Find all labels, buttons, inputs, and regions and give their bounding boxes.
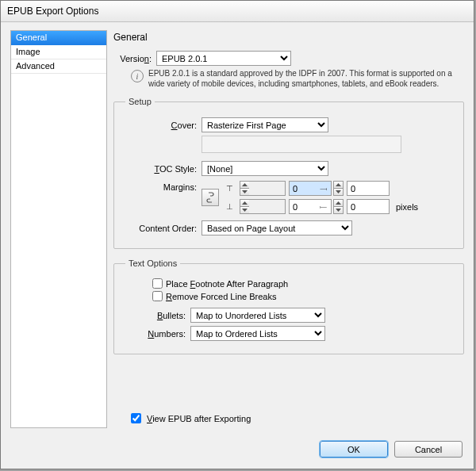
view-after-label: View EPUB after Exporting [147, 414, 251, 423]
text-options-legend: Text Options [125, 258, 180, 268]
remove-breaks-checkbox[interactable] [152, 291, 163, 301]
view-after-checkbox[interactable] [131, 413, 141, 423]
content-order-label: Content Order: [125, 224, 202, 233]
category-sidebar: General Image Advanced [10, 30, 107, 428]
svg-marker-4 [242, 201, 248, 205]
margins-label: Margins: [125, 181, 202, 192]
margin-right-input[interactable] [347, 199, 390, 214]
view-after-row[interactable]: View EPUB after Exporting [128, 411, 251, 426]
svg-marker-0 [242, 183, 248, 186]
version-row: Version: EPUB 2.0.1 [113, 51, 464, 66]
cancel-button[interactable]: Cancel [394, 441, 463, 458]
version-select[interactable]: EPUB 2.0.1 [156, 51, 291, 66]
content-order-select[interactable]: Based on Page Layout [202, 220, 352, 236]
page-heading: General [113, 32, 464, 43]
footnote-checkbox[interactable] [152, 278, 163, 289]
margin-right-spinner[interactable] [333, 199, 344, 214]
numbers-select[interactable]: Map to Ordered Lists [190, 326, 325, 341]
cover-select[interactable]: Rasterize First Page [202, 117, 328, 132]
remove-breaks-checkbox-row[interactable]: Remove Forced Line Breaks [152, 291, 452, 301]
svg-marker-3 [336, 190, 341, 193]
remove-breaks-label: Remove Forced Line Breaks [166, 292, 276, 301]
cover-path-field [202, 136, 401, 153]
svg-marker-1 [242, 190, 248, 193]
cover-label: Cover: [125, 121, 202, 130]
numbers-label: Numbers: [125, 329, 190, 339]
toc-label: TOC Style: [125, 164, 202, 174]
bullets-select[interactable]: Map to Unordered Lists [190, 308, 325, 323]
margin-left-icon: ⟞ [316, 182, 330, 195]
svg-marker-7 [336, 209, 341, 212]
margin-top-spinner[interactable] [240, 181, 286, 196]
margin-bottom-icon: ⊥ [222, 200, 236, 213]
margin-left-spinner[interactable] [333, 181, 344, 196]
setup-legend: Setup [125, 97, 155, 106]
window-title: EPUB Export Options [7, 6, 98, 17]
footnote-label: Place Footnote After Paragraph [166, 279, 288, 289]
ok-button[interactable]: OK [320, 441, 388, 458]
svg-marker-2 [336, 183, 341, 186]
dialog-window: EPUB Export Options General Image Advanc… [0, 0, 474, 469]
footnote-checkbox-row[interactable]: Place Footnote After Paragraph [152, 278, 452, 289]
margin-right-icon: ⟝ [316, 200, 330, 213]
version-label: Version: [113, 54, 156, 63]
svg-marker-5 [242, 209, 248, 212]
margin-bottom-spinner[interactable] [240, 199, 286, 214]
version-info-text: EPUB 2.0.1 is a standard approved by the… [148, 69, 464, 89]
bullets-label: Bullets: [125, 311, 190, 320]
info-icon: i [131, 70, 144, 82]
margin-left-input[interactable] [347, 181, 390, 196]
sidebar-item-general[interactable]: General [11, 31, 106, 45]
margin-unit-label: pixels [396, 202, 418, 212]
sidebar-item-image[interactable]: Image [11, 45, 106, 59]
svg-marker-6 [336, 201, 341, 205]
text-options-group: Text Options Place Footnote After Paragr… [113, 258, 464, 354]
margin-top-icon: ⊤ [222, 182, 236, 195]
sidebar-item-advanced[interactable]: Advanced [11, 59, 106, 74]
setup-group: Setup Cover: Rasterize First Page TOC St [113, 97, 464, 249]
title-bar[interactable]: EPUB Export Options [1, 1, 474, 22]
toc-style-select[interactable]: [None] [202, 161, 328, 176]
link-margins-toggle[interactable] [202, 189, 219, 206]
main-panel: General Version: EPUB 2.0.1 i EPUB 2.0.1… [113, 30, 464, 428]
